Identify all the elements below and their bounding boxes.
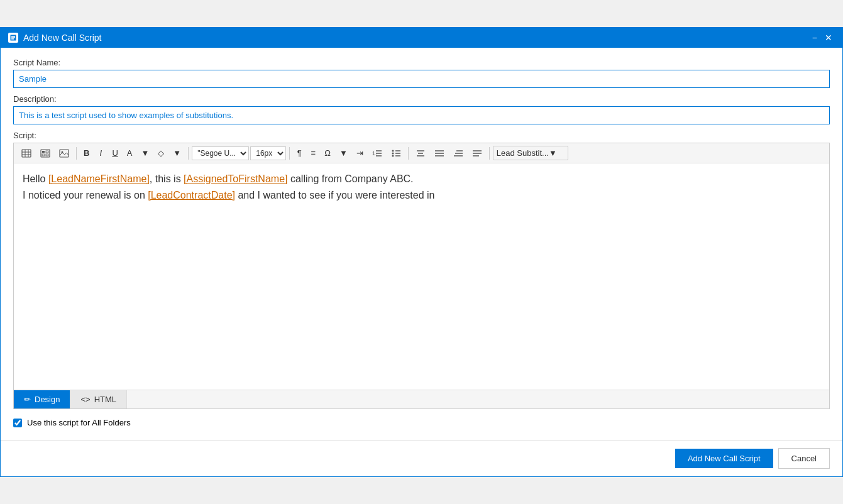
- italic-button[interactable]: I: [94, 146, 107, 160]
- toolbar-divider-2: [188, 147, 189, 160]
- script-editor-content[interactable]: Hello [LeadNameFirstName], this is [Assi…: [14, 163, 829, 390]
- add-new-call-script-button[interactable]: Add New Call Script: [675, 449, 773, 468]
- font-family-select[interactable]: "Segoe U...: [192, 146, 249, 160]
- dialog-footer: Add New Call Script Cancel: [1, 440, 842, 476]
- app-icon: [8, 33, 18, 43]
- script-field: Script: B: [13, 131, 830, 409]
- toolbar-divider-5: [489, 147, 490, 160]
- image-icon[interactable]: [55, 146, 73, 160]
- design-tab-label: Design: [35, 395, 60, 404]
- description-label: Description:: [13, 94, 830, 104]
- indent-icon[interactable]: ⇥: [353, 146, 367, 160]
- numbered-list-icon[interactable]: 1.: [368, 146, 386, 160]
- all-folders-row: Use this script for All Folders: [13, 415, 830, 430]
- editor-tab-bar: ✏ Design <> HTML: [14, 390, 829, 408]
- html-tab[interactable]: <> HTML: [70, 390, 127, 408]
- script-line-1: Hello [LeadNameFirstName], this is [Assi…: [23, 171, 820, 187]
- cancel-button[interactable]: Cancel: [778, 448, 830, 469]
- line1-var2: [AssignedToFirstName]: [184, 173, 287, 184]
- svg-point-20: [392, 150, 394, 151]
- highlight-dropdown[interactable]: ▼: [169, 146, 185, 160]
- title-bar: Add New Call Script − ✕: [1, 28, 842, 48]
- bullet-list-icon[interactable]: [387, 146, 405, 160]
- line1-middle: , this is: [150, 173, 184, 184]
- minimize-button[interactable]: −: [810, 33, 820, 42]
- lead-substitution-label: Lead Substit...▼: [497, 148, 557, 158]
- align-justify-icon[interactable]: [431, 147, 448, 160]
- bold-button[interactable]: B: [80, 146, 93, 160]
- svg-rect-11: [46, 151, 48, 153]
- toolbar-divider-1: [76, 147, 77, 160]
- description-input[interactable]: [13, 106, 830, 124]
- line1-suffix: calling from Company ABC.: [287, 173, 413, 184]
- underline-button[interactable]: U: [108, 146, 121, 160]
- svg-rect-10: [42, 151, 45, 153]
- insert-table-icon[interactable]: [18, 146, 35, 160]
- script-line-2: I noticed your renewal is on [LeadContra…: [23, 187, 820, 204]
- toolbar-divider-3: [289, 147, 290, 160]
- line1-prefix: Hello: [23, 173, 48, 184]
- font-color-dropdown[interactable]: ▼: [137, 146, 153, 160]
- script-name-label: Script Name:: [13, 58, 830, 67]
- svg-point-21: [392, 152, 394, 154]
- line1-var1: [LeadNameFirstName]: [48, 173, 150, 184]
- editor-toolbar: B I U A ▼ ◇ ▼: [14, 143, 829, 163]
- all-folders-checkbox[interactable]: [13, 419, 22, 427]
- script-name-field: Script Name:: [13, 58, 830, 88]
- svg-rect-12: [42, 154, 45, 156]
- svg-point-22: [392, 155, 394, 156]
- special-char-icon[interactable]: Ω: [321, 146, 334, 160]
- close-button[interactable]: ✕: [822, 33, 835, 42]
- toolbar-divider-4: [408, 147, 409, 160]
- title-bar-left: Add New Call Script: [8, 33, 102, 43]
- paragraph-icon[interactable]: ¶: [293, 146, 306, 160]
- svg-rect-13: [46, 154, 48, 156]
- align-left-icon[interactable]: ≡: [307, 146, 319, 160]
- line2-suffix: and I wanted to see if you were interest…: [235, 190, 435, 200]
- all-folders-label[interactable]: Use this script for All Folders: [27, 418, 131, 427]
- highlight-button[interactable]: ◇: [154, 146, 168, 160]
- table-icon[interactable]: [36, 146, 54, 160]
- design-tab-icon: ✏: [24, 395, 31, 404]
- editor-container: B I U A ▼ ◇ ▼: [13, 143, 830, 409]
- align-right-icon[interactable]: [449, 147, 467, 160]
- align-full-icon[interactable]: [468, 147, 486, 160]
- dialog-body: Script Name: Description: Script:: [1, 48, 842, 440]
- title-bar-controls: − ✕: [810, 33, 835, 42]
- script-label: Script:: [13, 131, 830, 140]
- align-center-icon[interactable]: [412, 147, 429, 160]
- font-size-select[interactable]: 16px: [250, 146, 286, 160]
- script-name-input[interactable]: [13, 70, 830, 88]
- dialog-window: Add New Call Script − ✕ Script Name: Des…: [0, 27, 843, 477]
- font-color-button[interactable]: A: [123, 146, 136, 160]
- description-field: Description:: [13, 94, 830, 124]
- html-tab-icon: <>: [80, 395, 90, 404]
- line2-var: [LeadContractDate]: [148, 190, 235, 200]
- design-tab[interactable]: ✏ Design: [14, 390, 70, 408]
- lead-substitution-button[interactable]: Lead Substit...▼: [493, 146, 568, 160]
- special-char-dropdown[interactable]: ▼: [336, 146, 351, 160]
- svg-rect-4: [22, 150, 31, 157]
- html-tab-label: HTML: [94, 395, 116, 404]
- line2-prefix: I noticed your renewal is on: [23, 190, 148, 200]
- title-bar-title: Add New Call Script: [23, 33, 102, 43]
